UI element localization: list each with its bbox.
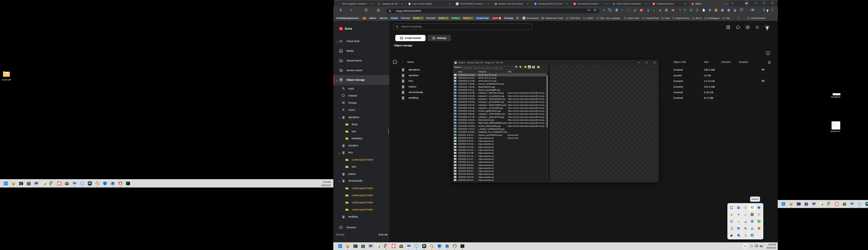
svg-text:FS: FS — [456, 3, 459, 5]
svg-text:100+: 100+ — [495, 3, 497, 4]
svg-text:A: A — [722, 9, 723, 12]
svg-text:W: W — [523, 17, 525, 19]
svg-text:24471: 24471 — [640, 10, 643, 11]
svg-text:P: P — [745, 207, 746, 209]
svg-text:10: 10 — [648, 10, 649, 11]
svg-text:2: 2 — [680, 10, 681, 11]
svg-text:ID: ID — [728, 9, 730, 11]
